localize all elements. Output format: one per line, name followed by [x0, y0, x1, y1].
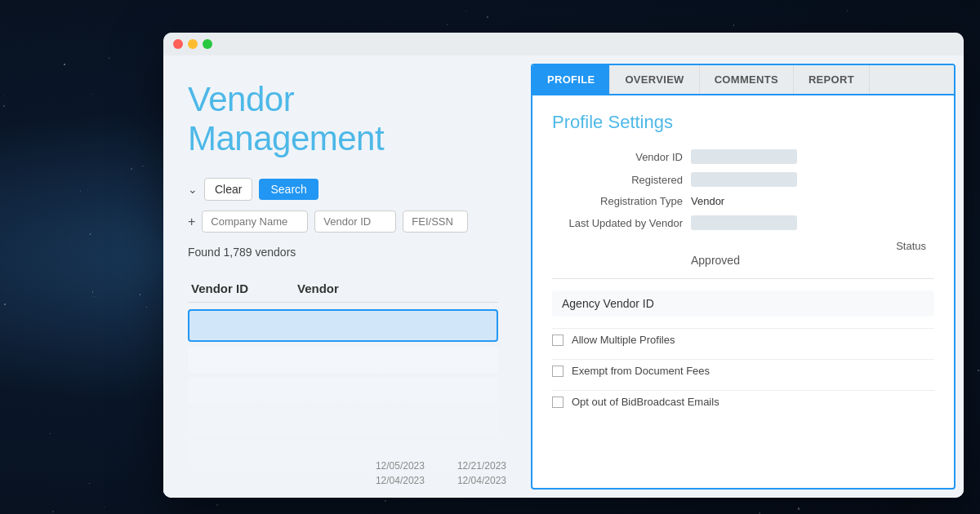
tab-profile[interactable]: PROFILE [532, 65, 610, 94]
last-updated-value [691, 215, 797, 230]
registered-value [691, 172, 797, 187]
last-updated-label: Last Updated by Vendor [552, 217, 683, 229]
company-name-input[interactable] [202, 210, 308, 233]
status-label: Status [691, 240, 926, 252]
table-row-selected[interactable] [188, 309, 498, 342]
opt-out-bidbroadcast-row: Opt out of BidBroadcast Emails [552, 390, 934, 413]
vendor-id-label: Vendor ID [552, 151, 683, 163]
last-updated-field: Last Updated by Vendor [552, 215, 934, 230]
col-vendor: Vendor [297, 281, 339, 295]
registered-field: Registered [552, 172, 934, 187]
add-filter-icon[interactable]: + [188, 215, 195, 229]
page-title: Vendor Management [188, 80, 498, 158]
close-button-icon[interactable] [173, 39, 183, 49]
maximize-button-icon[interactable] [203, 39, 212, 49]
opt-out-bidbroadcast-checkbox[interactable] [552, 397, 564, 408]
vendor-id-field: Vendor ID [552, 149, 934, 164]
date-col1: 12/04/2023 [376, 475, 425, 486]
registered-label: Registered [552, 174, 683, 186]
browser-titlebar [163, 33, 964, 55]
tab-overview[interactable]: OVERVIEW [610, 65, 699, 94]
fei-ssn-input[interactable] [403, 210, 468, 233]
registration-type-label: Registration Type [552, 195, 683, 207]
agency-vendor-id-field: Agency Vendor ID [552, 290, 934, 317]
minimize-button-icon[interactable] [188, 39, 198, 49]
exempt-document-fees-row: Exempt from Document Fees [552, 359, 934, 382]
registration-type-field: Registration Type Vendor [552, 195, 934, 207]
opt-out-bidbroadcast-label: Opt out of BidBroadcast Emails [572, 396, 719, 408]
chevron-down-icon[interactable]: ⌄ [188, 183, 198, 196]
date-col1: 12/05/2023 [376, 460, 425, 472]
registration-type-value: Vendor [691, 195, 724, 207]
status-value: Approved [691, 254, 926, 267]
table-header: Vendor ID Vendor [188, 275, 498, 303]
filter-row: + [188, 210, 498, 233]
table-row[interactable] [188, 378, 498, 404]
col-vendor-id: Vendor ID [191, 281, 248, 295]
tab-comments[interactable]: COMMENTS [700, 65, 794, 94]
table-row[interactable] [188, 409, 498, 435]
browser-window: Vendor Management ⌄ Clear Search + Found… [163, 33, 964, 498]
date-col2: 12/04/2023 [457, 475, 506, 486]
status-section: Status Approved [552, 240, 934, 267]
right-panel: PROFILE OVERVIEW COMMENTS REPORT Profile… [531, 64, 956, 490]
clear-button[interactable]: Clear [204, 178, 252, 201]
results-count: Found 1,789 vendors [188, 246, 498, 259]
vendor-id-value [691, 149, 797, 164]
exempt-document-fees-label: Exempt from Document Fees [572, 365, 710, 377]
search-button[interactable]: Search [259, 179, 318, 200]
profile-content: Profile Settings Vendor ID Registered Re… [532, 95, 954, 488]
tabs-bar: PROFILE OVERVIEW COMMENTS REPORT [532, 65, 954, 95]
date-col2: 12/21/2023 [457, 460, 506, 472]
search-bar: ⌄ Clear Search [188, 178, 498, 201]
browser-content: Vendor Management ⌄ Clear Search + Found… [163, 55, 964, 498]
allow-multiple-profiles-checkbox[interactable] [552, 335, 564, 346]
tab-report[interactable]: REPORT [794, 65, 870, 94]
date-row: 12/05/2023 12/21/2023 [376, 460, 506, 472]
date-rows: 12/05/2023 12/21/2023 12/04/2023 12/04/2… [376, 460, 506, 490]
table-row[interactable] [188, 347, 498, 373]
profile-settings-title: Profile Settings [552, 112, 934, 133]
exempt-document-fees-checkbox[interactable] [552, 366, 564, 377]
date-row: 12/04/2023 12/04/2023 [376, 475, 506, 486]
left-panel: Vendor Management ⌄ Clear Search + Found… [163, 55, 523, 498]
allow-multiple-profiles-row: Allow Multiple Profiles [552, 328, 934, 351]
allow-multiple-profiles-label: Allow Multiple Profiles [572, 334, 675, 346]
vendor-id-input[interactable] [314, 210, 396, 233]
divider [552, 278, 934, 279]
